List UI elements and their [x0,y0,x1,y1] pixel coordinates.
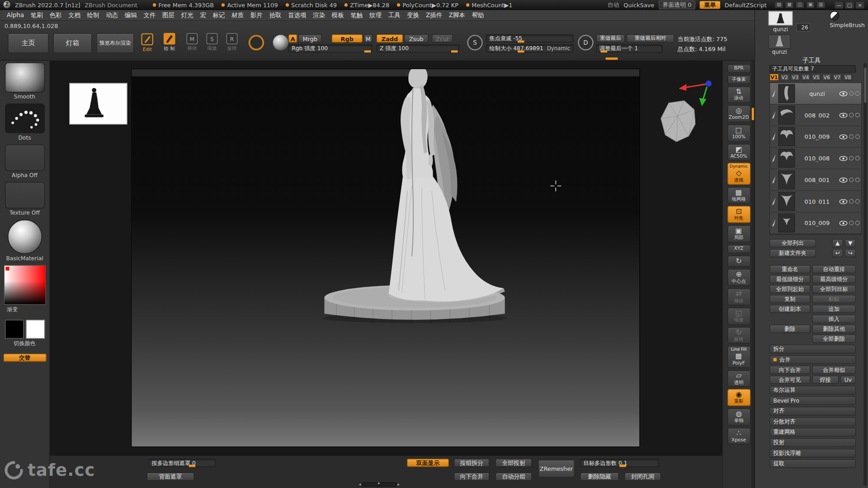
all-to-start-button[interactable]: 全部到起始 [769,285,811,293]
rotate-button[interactable]: ↻旋转 [727,327,750,344]
polypaint-toggle-icon[interactable] [849,135,854,139]
sculpt-pen-icon[interactable] [772,197,777,206]
auto-reorder-button[interactable]: 自动重排 [812,265,856,273]
scale-mode-button[interactable]: S 缩放 [203,30,222,55]
menu-item-影片[interactable]: 影片 [247,10,266,20]
panel-scroll-thumb[interactable] [864,67,866,103]
transparent-button[interactable]: ▱透明 [727,370,750,387]
target-polycount-slider[interactable]: 目标多边形数 0.1 [580,459,659,467]
subtool-name[interactable]: qunzi [797,90,838,97]
canvas-scrollbar[interactable]: ◂ ▴ ▸ [359,482,400,487]
menu-item-文件[interactable]: 文件 [140,10,159,20]
polypaint-toggle-icon[interactable] [849,199,854,204]
home-button[interactable]: 主页 [8,33,49,53]
zcut-toggle[interactable]: Zcut [432,34,453,42]
copy-button[interactable]: 复制 [769,295,811,303]
eye-icon[interactable] [839,134,847,139]
scroll-button[interactable]: ⇅滚动 [727,86,750,103]
color-picker[interactable] [4,265,46,305]
visibility-tab-v6[interactable]: V6 [822,74,831,81]
double-sided-button[interactable]: 双面显示 [407,459,449,467]
docs-layout-icon[interactable]: ▣ [806,1,815,8]
perspective-button[interactable]: Dynamic◇透视 [727,163,750,184]
sculpt-pen-icon[interactable] [772,132,777,141]
list-all-button[interactable]: 全部列出 [769,239,816,247]
divider-layout-icon[interactable]: ▤ [774,1,783,8]
xpose-button[interactable]: ∴Xpose [727,427,750,445]
visibility-tab-v7[interactable]: V7 [833,74,842,81]
scatter-align-section-bar[interactable]: 分散对齐 [769,417,856,426]
subtool-name[interactable]: 010_009 [797,220,838,226]
visibility-tab-v2[interactable]: V2 [780,74,789,81]
d-curve-button[interactable]: D [576,31,595,54]
subtool-row[interactable]: 010_008 [770,148,861,169]
menu-item-材质[interactable]: 材质 [228,10,247,20]
menu-item-模板[interactable]: 模板 [328,10,347,20]
lightbox-button[interactable]: 灯箱 [53,33,92,53]
close-button[interactable]: × [855,1,865,9]
menu-button[interactable]: 菜单 [700,1,720,9]
extract-section-bar[interactable]: 提取 [769,459,856,468]
polypaint-toggle-icon[interactable] [849,221,854,225]
zsub-toggle[interactable]: Zsub [404,34,429,42]
menu-item-首选项[interactable]: 首选项 [285,10,310,20]
subtool-thumbnail[interactable] [778,214,795,233]
rotate-mode-button[interactable]: R 旋转 [222,30,241,55]
move-mode-button[interactable]: M 移动 [183,30,202,55]
canvas[interactable]: 按多边形组遮罩 0 背面遮罩 双面显示 按组拆分 全部投射 ZRemesher … [50,61,722,488]
menu-item-alpha[interactable]: Alpha [3,10,27,20]
menu-item-文档[interactable]: 文档 [65,10,84,20]
subtool-row[interactable]: 010_009 [770,126,861,148]
document[interactable] [132,69,639,446]
menu-item-帮助[interactable]: 帮助 [468,10,487,20]
subtool-thumbnail[interactable] [778,106,795,125]
zadd-toggle[interactable]: Zadd [377,34,403,42]
subtool-row[interactable]: 010_009 [770,212,861,234]
current-material-thumbnail[interactable] [8,220,42,254]
panel-scrollbar[interactable] [863,63,867,486]
polymesh-head-preview[interactable] [658,99,698,144]
sculpt-pen-icon[interactable] [772,154,777,163]
uv-toggle-icon[interactable] [855,135,860,139]
insert-button[interactable]: 插入 [812,315,856,323]
subtool-row[interactable]: qunzi [770,83,861,105]
subtool-thumbnail[interactable] [778,84,795,103]
draw-mode-button[interactable]: 绘 制 [160,30,179,55]
uv-toggle-icon[interactable] [855,221,860,225]
eye-icon[interactable] [839,221,847,225]
new-folder-button[interactable]: 新建文件夹 [769,249,816,257]
maximize-button[interactable]: ▢ [845,1,854,9]
rgb-toggle[interactable]: Rgb [331,34,363,42]
polypaint-toggle-icon[interactable] [849,91,854,96]
uv-toggle-icon[interactable] [855,178,860,182]
bas-relief-section-bar[interactable]: 投影浅浮雕 [769,449,856,458]
aa-half-button[interactable]: ◩AC50% [727,144,750,161]
polypaint-toggle-icon[interactable] [849,156,854,160]
subtool-row[interactable]: 008_002 [770,104,861,126]
merge-down-button[interactable]: 向下合并 [454,473,489,481]
project-section-bar[interactable]: 投射 [769,438,856,447]
split-by-group-button[interactable]: 按组拆分 [454,459,489,467]
stroke-curve-button[interactable]: S [466,31,485,54]
rgb-intensity-slider[interactable]: Rgb 强度 100 [288,44,373,52]
subtool-name[interactable]: 010_011 [797,198,838,205]
solo-button[interactable]: ◍单独 [727,408,750,426]
zscript-label[interactable]: DefaultZScript [725,1,767,8]
focal-shift-slider[interactable]: 焦点衰减 -55 [486,34,573,42]
menu-item-变换[interactable]: 变换 [404,10,423,20]
frame-button[interactable]: ⊡对焦 [727,206,750,223]
visibility-tab-v1[interactable]: V1 [769,74,779,81]
pivot-button[interactable]: ⊕中心点 [727,269,750,286]
menu-item-绘制[interactable]: 绘制 [84,10,103,20]
visibility-tab-v5[interactable]: V5 [811,74,821,81]
active-subtool-thumbnail[interactable] [769,34,791,49]
minimize-button[interactable]: — [834,1,844,9]
m-toggle[interactable]: M [363,34,373,42]
menu-item-宏[interactable]: 宏 [197,10,209,20]
merge-down-button[interactable]: 向下合并 [769,366,811,374]
move-out-folder-button[interactable]: ↩ [832,249,843,257]
scale-button[interactable]: ◱缩放 [727,308,750,325]
subtool-name[interactable]: 008_002 [797,112,838,118]
bevel-pro-section-bar[interactable]: Bevel Pro [769,396,856,405]
delete-all-button[interactable]: 全部删除 [812,335,856,343]
